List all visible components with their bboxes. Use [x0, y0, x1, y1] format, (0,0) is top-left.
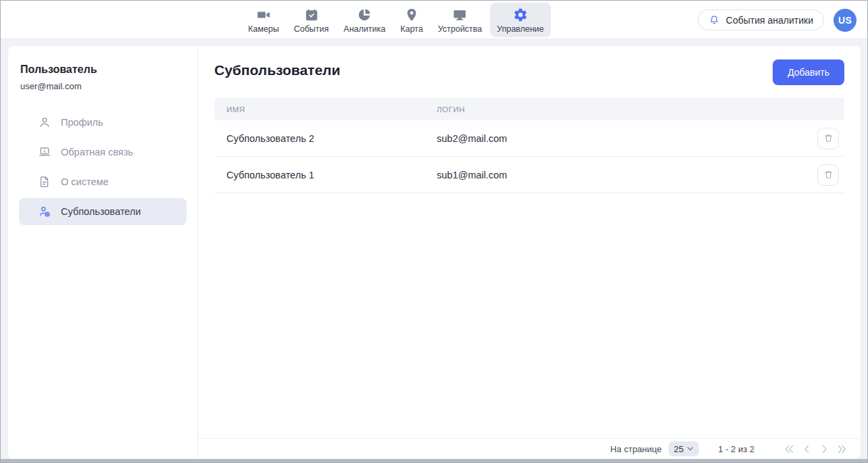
delete-subuser-button[interactable]	[817, 128, 839, 149]
sidebar-menu: Профиль Обратная связь О системе Субполь…	[8, 109, 197, 225]
monitor-icon	[452, 7, 468, 23]
header-right-controls: События аналитики US	[698, 1, 857, 39]
pagination-first-button[interactable]	[783, 443, 796, 456]
chevron-down-icon	[687, 445, 694, 452]
user-email: user@mail.com	[8, 81, 197, 91]
subuser-login: sub2@mail.com	[437, 133, 812, 144]
trash-icon	[823, 170, 834, 180]
sidebar-item-subusers[interactable]: Субпользователи	[19, 198, 187, 225]
sidebar-item-profile[interactable]: Профиль	[19, 109, 187, 136]
chevrons-right-icon	[836, 443, 848, 455]
tab-map[interactable]: Карта	[393, 3, 429, 37]
user-plus-icon	[38, 205, 51, 218]
add-subuser-button[interactable]: Добавить	[773, 59, 844, 85]
subusers-table: ИМЯ ЛОГИН Субпользователь 2 sub2@mail.co…	[214, 98, 844, 193]
bell-icon	[708, 14, 720, 26]
subuser-name: Субпользователь 2	[214, 133, 437, 144]
sidebar-item-feedback[interactable]: Обратная связь	[19, 139, 187, 166]
sidebar-item-label: Обратная связь	[61, 147, 133, 157]
pagination-footer: На странице 25 1 - 2 из 2	[198, 438, 861, 459]
tab-label: События	[294, 24, 329, 34]
trash-icon	[823, 133, 834, 143]
sidebar-item-label: Субпользователи	[61, 206, 141, 217]
content-card: Пользователь user@mail.com Профиль Обрат…	[8, 46, 861, 459]
calendar-check-icon	[304, 7, 320, 23]
app-window: Камеры События Аналитика Карта	[0, 0, 868, 463]
nav-tabs: Камеры События Аналитика Карта	[241, 3, 551, 37]
tab-events[interactable]: События	[287, 3, 336, 37]
main-panel: Субпользователи Добавить ИМЯ ЛОГИН Субпо…	[197, 46, 861, 459]
window-bottom-strip	[1, 459, 867, 462]
pagination-controls	[783, 443, 848, 456]
table-header-row: ИМЯ ЛОГИН	[214, 98, 844, 120]
gear-icon	[512, 7, 529, 23]
sidebar-item-label: О системе	[61, 176, 108, 187]
column-header-name: ИМЯ	[214, 105, 437, 114]
pagination-range: 1 - 2 из 2	[718, 444, 754, 454]
tab-devices[interactable]: Устройства	[431, 3, 489, 37]
sidebar-title: Пользователь	[8, 64, 197, 76]
avatar[interactable]: US	[834, 9, 857, 32]
sidebar-item-about[interactable]: О системе	[19, 168, 187, 195]
main-header: Субпользователи Добавить	[198, 46, 861, 85]
chevrons-left-icon	[783, 443, 795, 455]
page-size-value: 25	[674, 444, 683, 454]
table-row: Субпользователь 1 sub1@mail.com	[214, 157, 844, 193]
tab-management[interactable]: Управление	[490, 3, 551, 37]
pie-chart-icon	[356, 7, 372, 23]
document-icon	[38, 175, 51, 189]
chevron-right-icon	[819, 443, 830, 455]
delete-subuser-button[interactable]	[817, 164, 839, 186]
tab-cameras[interactable]: Камеры	[241, 3, 286, 37]
map-pin-icon	[404, 7, 420, 23]
column-header-login: ЛОГИН	[437, 105, 812, 114]
per-page-label: На странице	[610, 444, 662, 454]
chevron-left-icon	[801, 443, 813, 455]
sidebar: Пользователь user@mail.com Профиль Обрат…	[8, 46, 197, 459]
analytics-events-button[interactable]: События аналитики	[698, 9, 824, 30]
pagination-last-button[interactable]	[836, 443, 848, 456]
tab-label: Камеры	[248, 24, 279, 34]
pagination-prev-button[interactable]	[800, 443, 813, 456]
video-camera-icon	[256, 7, 272, 23]
tab-label: Карта	[400, 24, 423, 34]
tab-label: Аналитика	[343, 24, 385, 34]
subuser-name: Субпользователь 1	[214, 170, 437, 180]
top-nav-bar: Камеры События Аналитика Карта	[1, 1, 867, 39]
analytics-events-label: События аналитики	[726, 15, 813, 26]
page-title: Субпользователи	[214, 62, 340, 78]
sidebar-item-label: Профиль	[61, 117, 103, 128]
table-row: Субпользователь 2 sub2@mail.com	[214, 120, 844, 157]
pagination-next-button[interactable]	[818, 443, 831, 456]
user-icon	[38, 116, 51, 129]
tab-label: Управление	[497, 24, 544, 34]
tab-analytics[interactable]: Аналитика	[337, 3, 392, 37]
feedback-laptop-icon	[38, 145, 51, 159]
tab-label: Устройства	[438, 24, 482, 34]
page-size-select[interactable]: 25	[669, 441, 699, 456]
subuser-login: sub1@mail.com	[437, 170, 812, 180]
